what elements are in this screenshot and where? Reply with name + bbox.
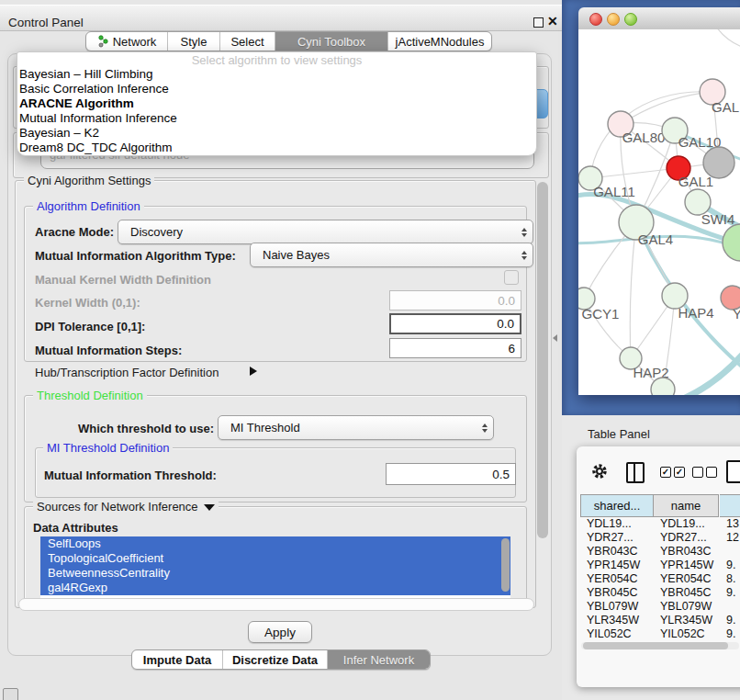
table-column-header[interactable]: A xyxy=(720,494,740,517)
mi-type-combo[interactable]: Naive Bayes xyxy=(250,243,533,267)
tab-style[interactable]: Style xyxy=(168,32,220,51)
settings-horizontal-scrollbar[interactable] xyxy=(18,598,534,611)
apply-button[interactable]: Apply xyxy=(248,621,312,643)
algorithm-option[interactable]: ARACNE Algorithm xyxy=(17,96,536,111)
dpi-tolerance-field[interactable]: 0.0 xyxy=(389,313,521,334)
which-threshold-label: Which threshold to use: xyxy=(78,422,214,435)
table-cell: 9. xyxy=(726,586,735,599)
network-node[interactable] xyxy=(651,378,675,395)
expand-arrow-icon[interactable] xyxy=(250,367,257,376)
mi-threshold-field[interactable]: 0.5 xyxy=(386,463,516,485)
mi-threshold-value: 0.5 xyxy=(492,468,510,481)
attributes-list-scrollbar[interactable] xyxy=(501,538,510,592)
algorithm-dropdown-list: Bayesian – Hill ClimbingBasic Correlatio… xyxy=(17,67,536,155)
table-horizontal-scrollbar[interactable] xyxy=(581,642,739,649)
network-edge[interactable] xyxy=(630,222,636,358)
which-threshold-combo[interactable]: MI Threshold xyxy=(218,415,494,440)
network-node-label: GAL80 xyxy=(622,130,666,145)
data-attribute-item[interactable]: BetweennessCentrality xyxy=(40,566,510,581)
table-cell: YER054C xyxy=(660,572,712,585)
table-cell: YDL19... xyxy=(660,517,705,530)
table-cell: 9. xyxy=(726,559,735,571)
tab-label: Cyni Toolbox xyxy=(297,35,365,49)
table-cell: YDL19... xyxy=(587,517,632,530)
table-row[interactable]: YBR043CYBR043C xyxy=(580,545,740,559)
tab-cyni-toolbox[interactable]: Cyni Toolbox xyxy=(275,32,388,51)
network-edge[interactable] xyxy=(590,168,678,178)
manual-kernel-checkbox[interactable] xyxy=(504,270,519,285)
table-cell: 13 xyxy=(726,517,739,530)
algorithm-option[interactable]: Dream8 DC_TDC Algorithm xyxy=(17,141,536,155)
tab-infer-network[interactable]: Infer Network xyxy=(328,650,430,669)
settings-vertical-scrollbar[interactable] xyxy=(537,182,548,538)
deselect-all-columns-icon[interactable] xyxy=(692,467,717,478)
close-window-icon[interactable] xyxy=(589,13,602,26)
network-node-label: Y xyxy=(733,306,740,322)
new-table-icon[interactable] xyxy=(726,460,740,483)
table-row[interactable]: YDR27...YDR27...12 xyxy=(580,531,740,545)
dpi-tolerance-label: DPI Tolerance [0,1]: xyxy=(35,320,145,333)
table-column-header[interactable]: name xyxy=(654,494,719,517)
table-window: ✓✓ shared...nameA YDL19...YDL19...13YDR2… xyxy=(577,446,740,687)
split-columns-icon[interactable] xyxy=(626,462,645,483)
dropdown-placeholder: Select algorithm to view settings xyxy=(17,52,536,67)
kernel-width-field[interactable]: 0.0 xyxy=(389,290,521,310)
select-all-columns-icon[interactable]: ✓✓ xyxy=(660,467,685,478)
network-edge[interactable] xyxy=(621,92,712,124)
mi-steps-field[interactable]: 6 xyxy=(389,338,521,358)
control-panel: Control Panel ✕ Network Style Select Cyn… xyxy=(0,0,562,700)
minimize-window-icon[interactable] xyxy=(607,13,620,26)
table-row[interactable]: YIL052CYIL052C9. xyxy=(580,627,740,641)
network-canvas[interactable]: GALGAL80GAL10GAL1GAL11SWI4GAL4GCY1HAP4YH… xyxy=(578,29,740,395)
table-cell: YIL052C xyxy=(587,627,632,640)
algorithm-option[interactable]: Bayesian – Hill Climbing xyxy=(17,67,536,82)
data-attributes-list[interactable]: SelfLoopsTopologicalCoefficientBetweenne… xyxy=(40,536,510,598)
gear-icon[interactable] xyxy=(590,462,609,484)
network-window-titlebar[interactable] xyxy=(578,7,740,30)
table-row[interactable]: YDL19...YDL19...13 xyxy=(580,517,740,531)
table-row[interactable]: YPR145WYPR145W9. xyxy=(580,559,740,572)
table-row[interactable]: YER054CYER054C8. xyxy=(580,572,740,586)
zoom-window-icon[interactable] xyxy=(624,13,637,26)
table-cell: YER054C xyxy=(587,572,638,585)
collapse-panel-arrow-icon[interactable] xyxy=(553,334,557,342)
tab-select[interactable]: Select xyxy=(220,32,275,51)
network-node[interactable] xyxy=(723,224,740,261)
mi-type-label: Mutual Information Algorithm Type: xyxy=(35,249,236,263)
aracne-mode-label: Aracne Mode: xyxy=(35,225,114,239)
algorithm-option[interactable]: Basic Correlation Inference xyxy=(17,82,536,96)
mi-type-value: Naive Bayes xyxy=(263,248,330,262)
tab-label: Network xyxy=(113,35,157,49)
table-row[interactable]: YBL079WYBL079W xyxy=(580,600,740,614)
tab-impute-data[interactable]: Impute Data xyxy=(132,650,223,669)
data-attribute-item[interactable]: gal4RGexp xyxy=(40,581,510,595)
node-table[interactable]: shared...nameA YDL19...YDL19...13YDR27..… xyxy=(580,494,740,641)
table-row[interactable]: YBR045CYBR045C9. xyxy=(580,586,740,600)
table-cell: YPR145W xyxy=(660,559,713,571)
data-attribute-item[interactable]: SelfLoops xyxy=(40,536,510,551)
tab-jactivemnodules[interactable]: jActiveMNodules xyxy=(388,32,491,51)
float-panel-icon[interactable] xyxy=(533,17,544,28)
spinner-arrows-icon xyxy=(482,416,488,439)
table-cell: YBR043C xyxy=(660,545,712,558)
aracne-mode-combo[interactable]: Discovery xyxy=(118,220,533,244)
minimized-panel-icon[interactable] xyxy=(3,688,18,700)
close-panel-icon[interactable]: ✕ xyxy=(547,14,558,28)
algorithm-option[interactable]: Mutual Information Inference xyxy=(17,111,536,126)
network-canvas-svg: GALGAL80GAL10GAL1GAL11SWI4GAL4GCY1HAP4YH… xyxy=(578,29,740,395)
network-icon xyxy=(97,35,109,48)
network-edge[interactable] xyxy=(714,29,740,50)
data-attribute-item[interactable]: TopologicalCoefficient xyxy=(40,551,510,566)
hub-definition-label: Hub/Transcription Factor Definition xyxy=(35,366,219,379)
tab-network[interactable]: Network xyxy=(86,32,168,51)
algorithm-option[interactable]: Bayesian – K2 xyxy=(17,126,536,141)
collapse-arrow-icon[interactable] xyxy=(204,504,215,511)
network-node-label: GCY1 xyxy=(582,306,620,322)
table-column-header[interactable]: shared... xyxy=(580,494,654,517)
algorithm-dropdown-popup: Select algorithm to view settings Bayesi… xyxy=(17,51,537,156)
table-row[interactable]: YLR345WYLR345W9. xyxy=(580,614,740,627)
mi-steps-value: 6 xyxy=(508,342,515,356)
tab-discretize-data[interactable]: Discretize Data xyxy=(223,650,328,669)
tab-label: Infer Network xyxy=(343,653,414,667)
table-cell: YBR045C xyxy=(587,586,638,599)
